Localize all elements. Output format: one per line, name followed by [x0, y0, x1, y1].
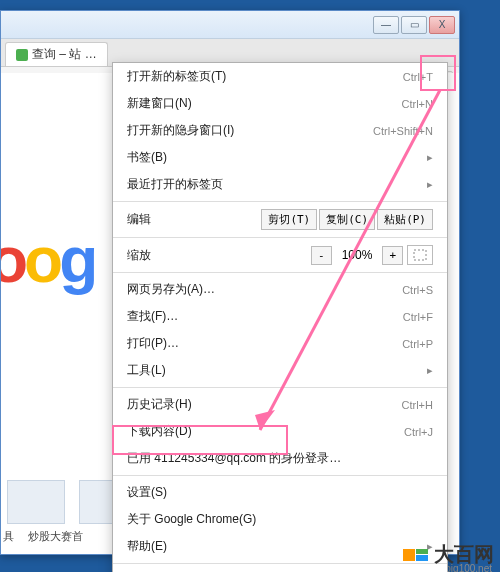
menu-new-tab[interactable]: 打开新的标签页(T) Ctrl+T — [113, 63, 447, 90]
menu-recent-tabs[interactable]: 最近打开的标签页 ▸ — [113, 171, 447, 198]
submenu-arrow-icon: ▸ — [427, 151, 433, 164]
paste-button[interactable]: 粘贴(P) — [377, 209, 433, 230]
menu-tools[interactable]: 工具(L) ▸ — [113, 357, 447, 384]
menu-about[interactable]: 关于 Google Chrome(G) — [113, 506, 447, 533]
menu-shortcut: Ctrl+F — [403, 311, 433, 323]
menu-separator — [113, 563, 447, 564]
menu-settings[interactable]: 设置(S) — [113, 479, 447, 506]
menu-label: 打印(P)… — [127, 335, 179, 352]
browser-tab[interactable]: 查询 – 站 … — [5, 42, 108, 66]
menu-label: 新建窗口(N) — [127, 95, 192, 112]
watermark: 大百网 — [403, 541, 494, 568]
menu-downloads[interactable]: 下载内容(D) Ctrl+J — [113, 418, 447, 445]
menu-print[interactable]: 打印(P)… Ctrl+P — [113, 330, 447, 357]
menu-label: 帮助(E) — [127, 538, 167, 555]
menu-help[interactable]: 帮助(E) ▸ — [113, 533, 447, 560]
menu-new-window[interactable]: 新建窗口(N) Ctrl+N — [113, 90, 447, 117]
logo-letter: o — [1, 224, 24, 296]
menu-signed-in[interactable]: 已用 411245334@qq.com 的身份登录… — [113, 445, 447, 472]
favicon-icon — [16, 49, 28, 61]
close-button[interactable]: X — [429, 16, 455, 34]
watermark-logo-icon — [403, 549, 428, 561]
menu-separator — [113, 387, 447, 388]
tab-title: 查询 – 站 … — [32, 46, 97, 63]
menu-save-as[interactable]: 网页另存为(A)… Ctrl+S — [113, 276, 447, 303]
menu-label: 关于 Google Chrome(G) — [127, 511, 256, 528]
cut-button[interactable]: 剪切(T) — [261, 209, 317, 230]
menu-history[interactable]: 历史记录(H) Ctrl+H — [113, 391, 447, 418]
zoom-in-button[interactable]: + — [382, 246, 403, 265]
zoom-out-button[interactable]: - — [311, 246, 332, 265]
menu-label: 书签(B) — [127, 149, 167, 166]
menu-shortcut: Ctrl+T — [403, 71, 433, 83]
menu-shortcut: Ctrl+S — [402, 284, 433, 296]
menu-label: 下载内容(D) — [127, 423, 192, 440]
menu-shortcut: Ctrl+H — [402, 399, 433, 411]
fullscreen-button[interactable] — [407, 245, 433, 265]
thumbnail[interactable] — [7, 480, 65, 524]
copy-button[interactable]: 复制(C) — [319, 209, 375, 230]
google-logo-fragment: oog — [1, 223, 94, 297]
menu-label: 查找(F)… — [127, 308, 178, 325]
maximize-button[interactable]: ▭ — [401, 16, 427, 34]
menu-label: 打开新的隐身窗口(I) — [127, 122, 234, 139]
menu-separator — [113, 475, 447, 476]
thumbnail-label: 炒股大赛首 — [28, 529, 83, 544]
watermark-text: 大百网 — [434, 541, 494, 568]
menu-find[interactable]: 查找(F)… Ctrl+F — [113, 303, 447, 330]
submenu-arrow-icon: ▸ — [427, 364, 433, 377]
menu-exit[interactable]: 退出(X) Ct — [113, 567, 447, 572]
logo-letter: o — [24, 224, 59, 296]
window-titlebar: — ▭ X — [1, 11, 459, 39]
submenu-arrow-icon: ▸ — [427, 178, 433, 191]
svg-rect-1 — [414, 250, 426, 260]
menu-label: 最近打开的标签页 — [127, 176, 223, 193]
menu-edit-row: 编辑 剪切(T) 复制(C) 粘贴(P) — [113, 205, 447, 234]
menu-shortcut: Ctrl+Shift+N — [373, 125, 433, 137]
menu-shortcut: Ctrl+P — [402, 338, 433, 350]
menu-zoom-row: 缩放 - 100% + — [113, 241, 447, 269]
chrome-main-menu: 打开新的标签页(T) Ctrl+T 新建窗口(N) Ctrl+N 打开新的隐身窗… — [112, 62, 448, 572]
menu-label: 设置(S) — [127, 484, 167, 501]
menu-label: 历史记录(H) — [127, 396, 192, 413]
menu-shortcut: Ctrl+N — [402, 98, 433, 110]
menu-new-incognito[interactable]: 打开新的隐身窗口(I) Ctrl+Shift+N — [113, 117, 447, 144]
menu-label: 编辑 — [127, 211, 183, 228]
menu-label: 打开新的标签页(T) — [127, 68, 226, 85]
minimize-button[interactable]: — — [373, 16, 399, 34]
menu-label: 缩放 — [127, 247, 183, 264]
thumbnail-label: 具 — [3, 529, 14, 544]
thumbnail-labels: 具 炒股大赛首 — [1, 529, 83, 544]
menu-separator — [113, 237, 447, 238]
menu-label: 工具(L) — [127, 362, 166, 379]
menu-label: 已用 411245334@qq.com 的身份登录… — [127, 450, 341, 467]
logo-letter: g — [59, 224, 94, 296]
zoom-value: 100% — [336, 248, 379, 262]
menu-separator — [113, 201, 447, 202]
menu-shortcut: Ctrl+J — [404, 426, 433, 438]
menu-bookmarks[interactable]: 书签(B) ▸ — [113, 144, 447, 171]
menu-label: 网页另存为(A)… — [127, 281, 215, 298]
menu-separator — [113, 272, 447, 273]
